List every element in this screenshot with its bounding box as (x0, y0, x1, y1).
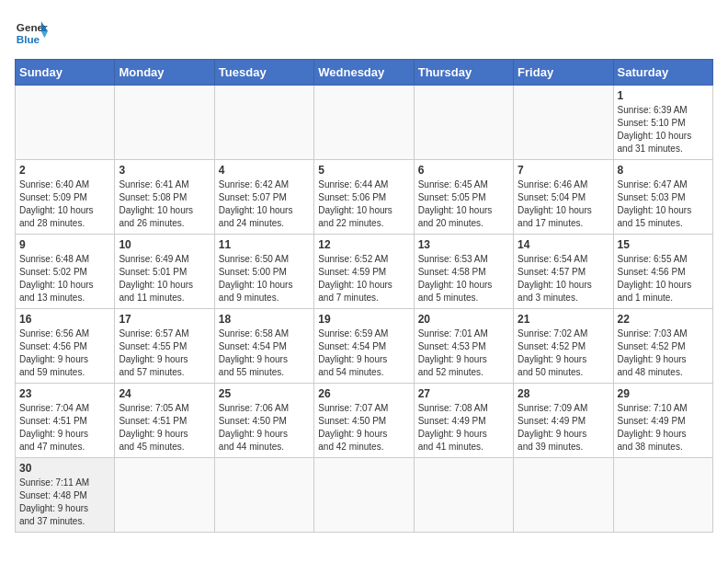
calendar-cell (115, 86, 214, 160)
day-number: 24 (119, 387, 210, 400)
calendar-cell: 26Sunrise: 7:07 AM Sunset: 4:50 PM Dayli… (314, 384, 414, 458)
header-friday: Friday (514, 60, 613, 86)
calendar-cell (314, 458, 414, 533)
svg-text:Blue: Blue (17, 33, 40, 45)
calendar-cell (214, 86, 313, 160)
day-info: Sunrise: 7:10 AM Sunset: 4:49 PM Dayligh… (618, 402, 709, 454)
calendar-cell: 10Sunrise: 6:49 AM Sunset: 5:01 PM Dayli… (115, 235, 214, 309)
calendar-cell: 28Sunrise: 7:09 AM Sunset: 4:49 PM Dayli… (514, 384, 613, 458)
day-info: Sunrise: 7:05 AM Sunset: 4:51 PM Dayligh… (119, 402, 210, 454)
day-number: 18 (219, 313, 310, 326)
day-number: 16 (19, 313, 110, 326)
calendar-cell: 1Sunrise: 6:39 AM Sunset: 5:10 PM Daylig… (613, 86, 712, 160)
day-number: 20 (418, 313, 509, 326)
day-number: 8 (618, 164, 709, 177)
calendar-cell: 2Sunrise: 6:40 AM Sunset: 5:09 PM Daylig… (16, 160, 115, 235)
calendar-cell: 25Sunrise: 7:06 AM Sunset: 4:50 PM Dayli… (214, 384, 313, 458)
day-number: 14 (518, 238, 609, 251)
day-number: 10 (119, 238, 210, 251)
calendar-cell: 30Sunrise: 7:11 AM Sunset: 4:48 PM Dayli… (16, 458, 115, 533)
day-info: Sunrise: 7:04 AM Sunset: 4:51 PM Dayligh… (19, 402, 110, 454)
day-info: Sunrise: 6:56 AM Sunset: 4:56 PM Dayligh… (19, 327, 110, 379)
calendar-cell: 16Sunrise: 6:56 AM Sunset: 4:56 PM Dayli… (16, 309, 115, 384)
calendar: Sunday Monday Tuesday Wednesday Thursday… (15, 59, 713, 533)
header-thursday: Thursday (414, 60, 513, 86)
day-info: Sunrise: 6:57 AM Sunset: 4:55 PM Dayligh… (119, 327, 210, 379)
day-number: 22 (618, 313, 709, 326)
calendar-cell: 19Sunrise: 6:59 AM Sunset: 4:54 PM Dayli… (314, 309, 414, 384)
calendar-cell: 12Sunrise: 6:52 AM Sunset: 4:59 PM Dayli… (314, 235, 414, 309)
header-sunday: Sunday (16, 60, 115, 86)
day-info: Sunrise: 6:55 AM Sunset: 4:56 PM Dayligh… (618, 253, 709, 304)
day-number: 1 (618, 89, 709, 102)
logo: General Blue (15, 15, 48, 48)
day-info: Sunrise: 6:49 AM Sunset: 5:01 PM Dayligh… (119, 253, 210, 304)
day-info: Sunrise: 6:58 AM Sunset: 4:54 PM Dayligh… (219, 327, 310, 379)
header-tuesday: Tuesday (214, 60, 313, 86)
day-number: 28 (518, 387, 609, 400)
day-info: Sunrise: 7:08 AM Sunset: 4:49 PM Dayligh… (418, 402, 509, 454)
day-number: 29 (618, 387, 709, 400)
calendar-cell: 22Sunrise: 7:03 AM Sunset: 4:52 PM Dayli… (613, 309, 712, 384)
day-number: 7 (518, 164, 609, 177)
header-saturday: Saturday (613, 60, 712, 86)
calendar-cell: 14Sunrise: 6:54 AM Sunset: 4:57 PM Dayli… (514, 235, 613, 309)
day-info: Sunrise: 6:53 AM Sunset: 4:58 PM Dayligh… (418, 253, 509, 304)
day-info: Sunrise: 7:01 AM Sunset: 4:53 PM Dayligh… (418, 327, 509, 379)
day-info: Sunrise: 7:07 AM Sunset: 4:50 PM Dayligh… (318, 402, 409, 454)
calendar-cell (314, 86, 414, 160)
day-info: Sunrise: 6:50 AM Sunset: 5:00 PM Dayligh… (219, 253, 310, 304)
calendar-cell: 21Sunrise: 7:02 AM Sunset: 4:52 PM Dayli… (514, 309, 613, 384)
calendar-cell (613, 458, 712, 533)
calendar-cell (514, 86, 613, 160)
calendar-cell (214, 458, 313, 533)
day-number: 21 (518, 313, 609, 326)
day-number: 2 (19, 164, 110, 177)
calendar-cell: 24Sunrise: 7:05 AM Sunset: 4:51 PM Dayli… (115, 384, 214, 458)
calendar-cell: 18Sunrise: 6:58 AM Sunset: 4:54 PM Dayli… (214, 309, 313, 384)
day-number: 15 (618, 238, 709, 251)
day-number: 19 (318, 313, 409, 326)
day-info: Sunrise: 6:47 AM Sunset: 5:03 PM Dayligh… (618, 178, 709, 230)
calendar-cell: 15Sunrise: 6:55 AM Sunset: 4:56 PM Dayli… (613, 235, 712, 309)
day-info: Sunrise: 6:48 AM Sunset: 5:02 PM Dayligh… (19, 253, 110, 304)
day-info: Sunrise: 6:39 AM Sunset: 5:10 PM Dayligh… (618, 104, 709, 155)
day-info: Sunrise: 7:09 AM Sunset: 4:49 PM Dayligh… (518, 402, 609, 454)
day-number: 5 (318, 164, 409, 177)
day-info: Sunrise: 7:02 AM Sunset: 4:52 PM Dayligh… (518, 327, 609, 379)
day-number: 23 (19, 387, 110, 400)
calendar-cell: 11Sunrise: 6:50 AM Sunset: 5:00 PM Dayli… (214, 235, 313, 309)
calendar-cell (414, 458, 513, 533)
day-number: 26 (318, 387, 409, 400)
calendar-cell (514, 458, 613, 533)
day-info: Sunrise: 6:46 AM Sunset: 5:04 PM Dayligh… (518, 178, 609, 230)
day-number: 9 (19, 238, 110, 251)
calendar-cell: 17Sunrise: 6:57 AM Sunset: 4:55 PM Dayli… (115, 309, 214, 384)
day-info: Sunrise: 6:54 AM Sunset: 4:57 PM Dayligh… (518, 253, 609, 304)
calendar-cell: 9Sunrise: 6:48 AM Sunset: 5:02 PM Daylig… (16, 235, 115, 309)
calendar-cell: 3Sunrise: 6:41 AM Sunset: 5:08 PM Daylig… (115, 160, 214, 235)
day-number: 6 (418, 164, 509, 177)
day-number: 25 (219, 387, 310, 400)
day-info: Sunrise: 6:52 AM Sunset: 4:59 PM Dayligh… (318, 253, 409, 304)
calendar-cell: 8Sunrise: 6:47 AM Sunset: 5:03 PM Daylig… (613, 160, 712, 235)
day-info: Sunrise: 6:40 AM Sunset: 5:09 PM Dayligh… (19, 178, 110, 230)
weekday-header-row: Sunday Monday Tuesday Wednesday Thursday… (16, 60, 713, 86)
calendar-cell: 6Sunrise: 6:45 AM Sunset: 5:05 PM Daylig… (414, 160, 513, 235)
day-number: 13 (418, 238, 509, 251)
day-number: 11 (219, 238, 310, 251)
header-monday: Monday (115, 60, 214, 86)
calendar-cell: 13Sunrise: 6:53 AM Sunset: 4:58 PM Dayli… (414, 235, 513, 309)
day-info: Sunrise: 6:41 AM Sunset: 5:08 PM Dayligh… (119, 178, 210, 230)
calendar-cell: 23Sunrise: 7:04 AM Sunset: 4:51 PM Dayli… (16, 384, 115, 458)
day-info: Sunrise: 7:06 AM Sunset: 4:50 PM Dayligh… (219, 402, 310, 454)
day-info: Sunrise: 6:59 AM Sunset: 4:54 PM Dayligh… (318, 327, 409, 379)
calendar-cell (16, 86, 115, 160)
header: General Blue (15, 15, 713, 48)
day-info: Sunrise: 7:03 AM Sunset: 4:52 PM Dayligh… (618, 327, 709, 379)
day-number: 12 (318, 238, 409, 251)
calendar-cell: 7Sunrise: 6:46 AM Sunset: 5:04 PM Daylig… (514, 160, 613, 235)
calendar-cell: 20Sunrise: 7:01 AM Sunset: 4:53 PM Dayli… (414, 309, 513, 384)
calendar-cell (414, 86, 513, 160)
day-info: Sunrise: 6:42 AM Sunset: 5:07 PM Dayligh… (219, 178, 310, 230)
